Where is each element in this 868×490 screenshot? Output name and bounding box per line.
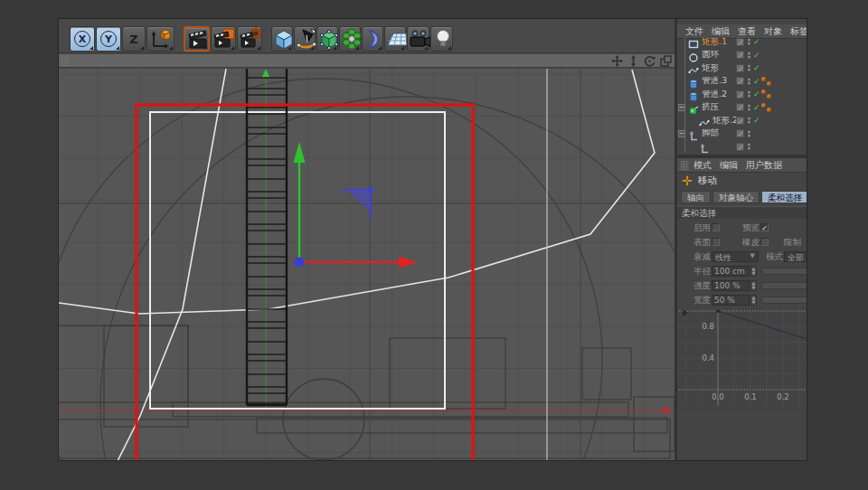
width-field[interactable]: 50 % [712,295,750,306]
enabled-check-icon[interactable]: ✓ [753,37,760,46]
axis-x-lock-button-label: X [71,27,94,51]
layer-chip[interactable] [736,129,744,137]
object-row-clipped[interactable] [677,140,807,154]
tag-icon[interactable] [761,103,766,108]
object-row-脚部[interactable]: −脚部 [677,127,807,141]
tab-对象轴心[interactable]: 对象轴心 [712,191,760,203]
object-manager-tree: 矩形.1✓圆环✓矩形✓管道.3✓管道.2✓−挤压✓矩形.2✓−脚部 [677,35,807,155]
expander-toggle[interactable]: − [678,104,685,111]
layer-chip[interactable] [736,117,744,125]
tab-轴向[interactable]: 轴向 [681,191,711,203]
enabled-check-icon[interactable]: ✓ [753,116,760,125]
visibility-dots[interactable] [748,117,750,125]
om-menu-3[interactable]: 对象 [764,26,782,36]
axis-y-lock-button[interactable]: Y [96,26,121,52]
expander-toggle[interactable]: − [678,130,685,137]
active-tool-title: ✛ 移动 [677,173,807,189]
om-menu-4[interactable]: 标签 [790,26,807,36]
object-row-挤压[interactable]: −挤压✓ [677,101,807,115]
modeling-array-button[interactable] [339,26,361,52]
viewport-canvas[interactable] [59,69,675,461]
enabled-check-icon[interactable]: ✓ [753,63,760,72]
object-row-矩形.1[interactable]: 矩形.1✓ [677,35,807,49]
width-stepper[interactable]: ▲▼ [750,295,757,306]
enabled-check-icon[interactable]: ✓ [753,103,760,112]
object-row-管道.2[interactable]: 管道.2✓ [677,88,807,101]
am-menu-2[interactable]: 用户数据 [746,160,782,170]
width-slider[interactable] [761,297,807,304]
attribute-manager-grip-icon[interactable] [681,161,689,170]
visibility-dots[interactable] [748,77,750,85]
radius-slider[interactable] [761,268,807,275]
layer-chip[interactable] [736,143,744,151]
radius-stepper[interactable]: ▲▼ [750,266,757,277]
tab-柔和选择[interactable]: 柔和选择 [761,191,807,203]
layer-chip[interactable] [736,51,744,59]
object-row-矩形.2[interactable]: 矩形.2✓ [677,114,807,127]
enabled-check-icon[interactable]: ✓ [753,90,760,99]
camera-button[interactable] [407,26,429,52]
tag-icon[interactable] [761,90,766,94]
spline-rectangle-icon [688,36,699,47]
pan-view-icon[interactable] [611,55,623,67]
radius-field[interactable]: 100 cm [712,266,750,277]
layer-chip[interactable] [736,77,744,85]
am-menu-0[interactable]: 模式 [693,160,712,170]
primitive-object-button[interactable] [271,26,293,52]
enable-row: 启用 预览 ✓ [677,222,807,235]
om-menu-2[interactable]: 查看 [738,26,756,36]
toggle-view-icon[interactable] [660,55,672,67]
surface-checkbox[interactable] [712,238,720,246]
light-button[interactable] [430,26,453,52]
subdivision-surface-button[interactable] [316,26,338,52]
tag-icon[interactable] [767,81,771,86]
render-region-button[interactable] [211,26,236,52]
object-row-管道.3[interactable]: 管道.3✓ [677,75,807,89]
strength-slider[interactable] [761,282,807,289]
falloff-dropdown[interactable]: ▼线性 [712,251,759,262]
object-row-圆环[interactable]: 圆环✓ [677,49,807,62]
render-view-button[interactable] [184,26,210,52]
tag-icon[interactable] [767,94,771,99]
rotate-view-icon[interactable] [644,55,656,67]
viewport-menu-grip-icon[interactable] [61,57,70,66]
zoom-view-icon[interactable] [627,55,639,67]
preview-checkbox[interactable]: ✓ [760,223,769,231]
om-menu-1[interactable]: 编辑 [712,26,730,36]
visibility-dots[interactable] [748,103,750,111]
visibility-dots[interactable] [748,51,750,59]
visibility-dots[interactable] [748,90,750,99]
coordinate-system-button[interactable] [146,26,175,52]
tool-name: 移动 [698,174,717,187]
visibility-dots[interactable] [748,143,750,151]
enabled-check-icon[interactable]: ✓ [753,51,760,60]
layer-chip[interactable] [736,64,744,72]
visibility-dots[interactable] [748,38,750,46]
mode-dropdown[interactable]: 全部 [784,251,807,262]
axis-x-lock-button[interactable]: X [70,26,95,52]
floor-button[interactable] [384,26,406,52]
visibility-dots[interactable] [748,129,750,137]
om-menu-0[interactable]: 文件 [685,26,703,36]
falloff-curve-graph[interactable]: 0.80.40.00.10.2 [677,306,807,410]
object-row-矩形[interactable]: 矩形✓ [677,61,807,75]
layer-chip[interactable] [736,90,744,99]
axis-z-lock-button[interactable]: Z [122,26,146,52]
strength-field[interactable]: 100 % [712,280,750,291]
enabled-check-icon[interactable]: ✓ [753,77,760,86]
layer-chip[interactable] [736,103,744,111]
visibility-dots[interactable] [748,64,750,72]
rubber-checkbox[interactable] [760,238,769,246]
deformer-button[interactable] [362,26,383,52]
tag-icon[interactable] [767,108,771,112]
am-menu-1[interactable]: 编辑 [720,160,738,170]
spline-pen-button[interactable] [294,26,316,52]
main-toolbar: XYZ [59,19,677,53]
null-axis-icon [688,128,699,139]
tag-icon[interactable] [761,77,766,81]
enable-checkbox[interactable] [712,223,720,231]
attribute-manager: 模式编辑用户数据 ✛ 移动 轴向对象轴心柔和选择 柔和选择 启用 预览 ✓ 表面 [677,158,807,461]
strength-stepper[interactable]: ▲▼ [750,280,757,291]
layer-chip[interactable] [736,38,744,46]
render-settings-button[interactable] [237,26,262,52]
